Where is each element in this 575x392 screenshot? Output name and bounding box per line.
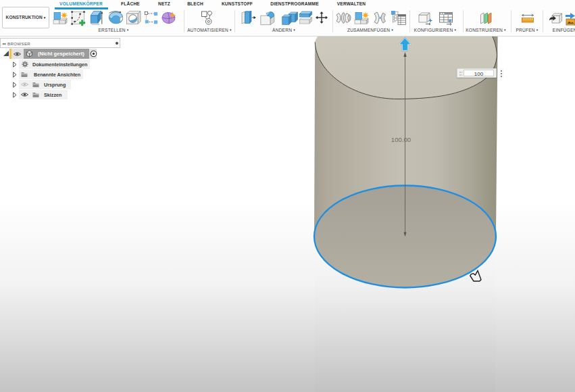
svg-text:100.00: 100.00 — [391, 136, 411, 143]
